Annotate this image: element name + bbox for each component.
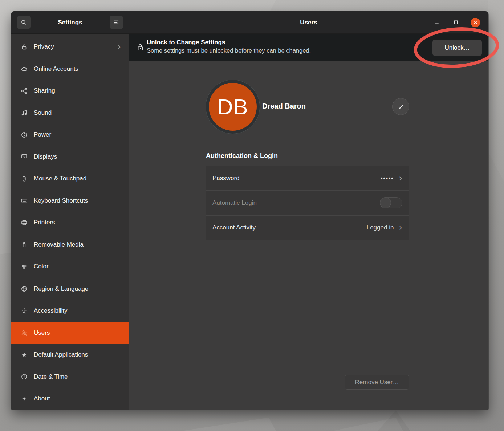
- star-icon: [21, 351, 28, 358]
- toggle-knob: [380, 197, 391, 208]
- auth-section-heading: Authentication & Login: [206, 152, 278, 160]
- sidebar-item-online-accounts[interactable]: Online Accounts: [11, 58, 129, 80]
- close-button[interactable]: [467, 11, 484, 33]
- sidebar-item-printers[interactable]: Printers: [11, 212, 129, 234]
- lock-icon: [21, 44, 28, 50]
- account-activity-value: Logged in: [367, 224, 394, 231]
- sidebar-item-about[interactable]: About: [11, 388, 129, 410]
- user-avatar[interactable]: DB: [206, 80, 260, 134]
- automatic-login-toggle[interactable]: [380, 197, 402, 208]
- settings-window: Settings Privacy › Online Accounts Shari…: [11, 11, 488, 410]
- banner-text: Unlock to Change Settings Some settings …: [147, 39, 311, 54]
- maximize-button[interactable]: [447, 11, 464, 33]
- remove-user-button[interactable]: Remove User…: [345, 375, 409, 390]
- sidebar: Settings Privacy › Online Accounts Shari…: [11, 11, 129, 410]
- sidebar-item-sound[interactable]: Sound: [11, 102, 129, 124]
- sidebar-item-default-applications[interactable]: Default Applications: [11, 344, 129, 366]
- automatic-login-row: Automatic Login: [206, 190, 409, 215]
- banner-lock-icon: [136, 43, 145, 52]
- minimize-button[interactable]: [428, 11, 445, 33]
- users-panel: DB Dread Baron Authentication & Login Pa…: [129, 61, 488, 410]
- auth-card: Password ••••• › Automatic Login Account…: [206, 166, 409, 240]
- display-icon: [21, 153, 28, 160]
- sidebar-item-mouse-touchpad[interactable]: Mouse & Touchpad: [11, 168, 129, 190]
- sidebar-list: Privacy › Online Accounts Sharing Sound …: [11, 34, 129, 410]
- password-dots: •••••: [381, 175, 394, 181]
- avatar-initials: DB: [209, 83, 257, 131]
- accessibility-icon: [21, 308, 28, 314]
- account-activity-row[interactable]: Account Activity Logged in ›: [206, 215, 409, 240]
- users-icon: [21, 329, 28, 336]
- edit-name-button[interactable]: [392, 98, 409, 115]
- maximize-icon: [453, 19, 459, 25]
- unlock-button[interactable]: Unlock…: [432, 40, 482, 56]
- mouse-icon: [21, 175, 28, 182]
- content-pane: Users Unlock to Change Settings Some set…: [129, 11, 488, 410]
- sidebar-item-removable-media[interactable]: Removable Media: [11, 234, 129, 256]
- sparkle-icon: [21, 395, 28, 402]
- sidebar-item-date-time[interactable]: Date & Time: [11, 366, 129, 388]
- account-activity-label: Account Activity: [212, 224, 367, 231]
- sidebar-item-accessibility[interactable]: Accessibility: [11, 300, 129, 322]
- chevron-right-icon: ›: [399, 223, 402, 232]
- sidebar-item-sharing[interactable]: Sharing: [11, 80, 129, 102]
- banner-title: Unlock to Change Settings: [147, 39, 311, 46]
- automatic-login-label: Automatic Login: [212, 199, 380, 207]
- keyboard-icon: [21, 197, 28, 204]
- close-icon: [473, 20, 478, 25]
- password-row[interactable]: Password ••••• ›: [206, 166, 409, 190]
- cloud-icon: [21, 65, 28, 72]
- sidebar-item-power[interactable]: Power: [11, 124, 129, 146]
- clock-icon: [21, 373, 28, 380]
- unlock-banner: Unlock to Change Settings Some settings …: [129, 34, 488, 61]
- printer-icon: [21, 219, 28, 226]
- user-fullname: Dread Baron: [262, 102, 306, 110]
- titlebar[interactable]: Users: [129, 11, 488, 34]
- sidebar-item-color[interactable]: Color: [11, 256, 129, 278]
- pencil-icon: [398, 103, 404, 110]
- sidebar-header: Settings: [11, 11, 129, 34]
- usb-icon: [21, 241, 28, 248]
- chevron-right-icon: ›: [399, 174, 402, 183]
- sidebar-item-keyboard-shortcuts[interactable]: Keyboard Shortcuts: [11, 190, 129, 212]
- minimize-icon: [434, 19, 440, 25]
- menu-button[interactable]: [110, 16, 123, 29]
- sidebar-item-privacy[interactable]: Privacy ›: [11, 36, 129, 58]
- globe-icon: [21, 285, 28, 292]
- music-note-icon: [21, 109, 28, 116]
- power-icon: [21, 131, 28, 138]
- sidebar-item-displays[interactable]: Displays: [11, 146, 129, 168]
- password-label: Password: [212, 175, 381, 182]
- hamburger-icon: [113, 19, 120, 26]
- sidebar-item-region-language[interactable]: Region & Language: [11, 278, 129, 300]
- chevron-right-icon: ›: [117, 42, 121, 51]
- share-icon: [21, 88, 28, 94]
- sidebar-item-users[interactable]: Users: [11, 322, 129, 344]
- color-icon: [21, 263, 28, 270]
- banner-subtitle: Some settings must be unlocked before th…: [147, 47, 311, 54]
